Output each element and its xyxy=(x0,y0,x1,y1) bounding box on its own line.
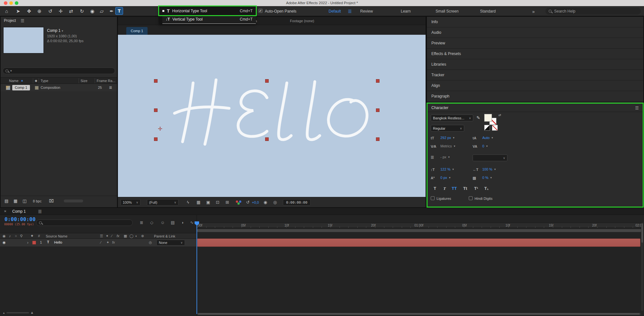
tab-footage[interactable]: Footage (none) xyxy=(290,19,314,23)
work-area-bar[interactable] xyxy=(197,229,641,232)
hide-shy-layers-icon[interactable]: ☺ xyxy=(160,220,165,225)
workspace-small-screen[interactable]: Small Screen xyxy=(436,9,458,14)
rotation-tool[interactable]: ↻ xyxy=(80,8,84,14)
workspace-menu-icon[interactable]: ☰ xyxy=(348,9,352,14)
type-tool[interactable]: T xyxy=(115,7,123,15)
column-frame-rate[interactable]: Frame Ra... xyxy=(97,79,115,83)
subscript-button[interactable]: T₁ xyxy=(482,185,491,192)
video-column-icon[interactable]: ◉ xyxy=(3,234,6,238)
bit-depth-label[interactable]: 8 bpc xyxy=(33,199,42,203)
quality-switch-icon[interactable]: ∕ xyxy=(111,234,112,238)
orbit-camera-tool[interactable]: ↺ xyxy=(48,8,53,14)
home-tool[interactable]: ⌂ xyxy=(5,8,8,14)
transparency-grid-icon[interactable]: ▦ xyxy=(197,200,200,205)
layer-name[interactable]: Hello xyxy=(54,240,62,244)
lock-column-icon[interactable]: ⚲ xyxy=(20,234,23,238)
zoom-out-mountain-icon[interactable]: ▲ xyxy=(3,311,5,314)
3d-switch-icon[interactable]: ⊕ xyxy=(141,234,144,238)
project-table-row[interactable]: Comp 1 Composition 25 ≣ xyxy=(1,84,117,91)
flowchart-icon[interactable]: ≣ xyxy=(109,85,112,90)
eyedropper-icon[interactable]: ✎ xyxy=(476,115,480,120)
font-style-dropdown[interactable]: Regular∨ xyxy=(431,125,464,132)
viewer-timecode[interactable]: 0:00:00:00 xyxy=(283,199,311,206)
frame-blending-icon[interactable]: ▤ xyxy=(171,220,175,225)
timeline-menu-icon[interactable]: ☰ xyxy=(38,209,42,214)
workspace-standard[interactable]: Standard xyxy=(480,9,496,14)
font-family-dropdown[interactable]: Bangkok Restless...∨ xyxy=(431,115,473,121)
search-help-field[interactable]: Search Help xyxy=(545,8,641,14)
sidebar-item-paragraph[interactable]: Paragraph xyxy=(427,91,643,102)
column-name[interactable]: Name xyxy=(9,79,18,83)
layer-quality-icon[interactable]: ∕ xyxy=(101,240,101,244)
hindi-digits-checkbox[interactable] xyxy=(469,196,473,200)
menu-item-horizontal-type-tool[interactable]: T Horizontal Type Tool Cmd+T xyxy=(159,6,256,15)
pan-camera-tool[interactable]: ✛ xyxy=(59,8,63,14)
layer-label-swatch[interactable] xyxy=(32,241,36,245)
set-no-fill-icon[interactable] xyxy=(492,125,498,131)
comp-viewer-tab[interactable]: Comp 1 xyxy=(126,27,148,35)
character-panel-menu-icon[interactable]: ☰ xyxy=(635,106,639,110)
dolly-camera-tool[interactable]: ⇄ xyxy=(69,8,73,14)
project-item-name[interactable]: Comp 1 xyxy=(12,85,30,90)
selection-handle-top-right[interactable] xyxy=(376,79,380,83)
superscript-button[interactable]: T¹ xyxy=(472,185,480,192)
zoom-tool[interactable]: ⊕ xyxy=(37,8,42,14)
solo-column-icon[interactable]: ○ xyxy=(15,234,17,238)
sidebar-item-info[interactable]: Info xyxy=(427,17,643,27)
effects-switch-icon[interactable]: fx xyxy=(117,234,120,238)
magnification-dropdown[interactable]: 100%∨ xyxy=(120,199,140,206)
mask-visibility-icon[interactable]: ▣ xyxy=(206,200,210,205)
interpret-footage-icon[interactable]: ▤ xyxy=(5,199,8,203)
anchor-point-icon[interactable]: ✛ xyxy=(158,125,162,132)
grid-guides-icon[interactable]: ⊞ xyxy=(226,200,229,205)
motion-blur-switch-icon[interactable]: ◯ xyxy=(130,234,133,238)
faux-bold-button[interactable]: T xyxy=(431,185,439,192)
sidebar-item-effects-presets[interactable]: Effects & Presets xyxy=(427,49,643,59)
all-caps-button[interactable]: TT xyxy=(450,185,458,192)
timeline-comp-tab[interactable]: Comp 1 xyxy=(12,209,26,214)
small-caps-button[interactable]: Tt xyxy=(461,185,469,192)
hello-text-artwork[interactable] xyxy=(164,79,382,147)
take-snapshot-icon[interactable]: ◉ xyxy=(264,200,267,205)
selection-handle-top-center[interactable] xyxy=(265,79,269,83)
shy-switch-icon[interactable]: ☰ xyxy=(100,234,103,238)
tsume-value[interactable]: 0 %▾ xyxy=(482,176,492,180)
timeline-search-input[interactable] xyxy=(36,219,133,226)
parent-link-dropdown[interactable]: None∨ xyxy=(157,240,185,246)
comp-thumbnail[interactable] xyxy=(3,27,44,53)
project-panel-menu-icon[interactable]: ☰ xyxy=(21,18,24,23)
horizontal-scale-value[interactable]: 100 %▾ xyxy=(482,167,496,171)
workspace-review[interactable]: Review xyxy=(360,9,373,14)
stroke-style-dropdown[interactable]: ∨ xyxy=(473,154,507,161)
motion-blur-icon[interactable]: ◑ xyxy=(181,220,184,225)
selection-handle-mid-left[interactable] xyxy=(154,108,158,112)
selection-handle-mid-right[interactable] xyxy=(376,108,380,112)
selection-handle-top-left[interactable] xyxy=(154,79,158,83)
delete-icon[interactable]: ⌧ xyxy=(49,199,54,203)
pen-tool[interactable]: ✒ xyxy=(110,8,114,14)
vertical-scrollbar[interactable] xyxy=(641,223,643,311)
sidebar-item-tracker[interactable]: Tracker xyxy=(427,70,643,80)
fast-preview-icon[interactable]: ϟ xyxy=(187,200,189,205)
faux-italic-button[interactable]: T xyxy=(440,185,449,192)
fill-color-swatch[interactable] xyxy=(484,114,492,122)
workspace-learn[interactable]: Learn xyxy=(401,9,411,14)
selection-handle-bottom-right[interactable] xyxy=(376,137,380,141)
zoom-in-mountain-icon[interactable]: ▲ xyxy=(30,311,34,314)
composition-mini-flowchart-icon[interactable]: ≣ xyxy=(140,220,143,225)
layer-visibility-icon[interactable]: ◉ xyxy=(3,240,6,245)
layer-row[interactable]: ◉ › 1 T Hello ∕ ✦ fx ◎ None∨ xyxy=(0,239,197,246)
sort-ascending-icon[interactable]: ▲ xyxy=(21,79,24,82)
workspace-default[interactable]: Default xyxy=(329,9,341,14)
source-name-column-header[interactable]: Source Name xyxy=(46,234,67,238)
camera-tool[interactable]: ◉ xyxy=(90,8,94,14)
show-snapshot-icon[interactable]: ◎ xyxy=(273,200,277,205)
set-fill-black-white-icon[interactable] xyxy=(484,125,490,131)
current-time-display[interactable]: 0:00:00:00 xyxy=(5,216,35,222)
column-size[interactable]: Size xyxy=(81,79,87,83)
exposure-value[interactable]: +0,0 xyxy=(252,200,259,204)
index-column-header[interactable]: # xyxy=(38,234,40,238)
workspace-overflow-chevron[interactable]: » xyxy=(532,9,535,14)
auto-open-panels-checkbox[interactable]: ✓ xyxy=(258,9,263,13)
parent-link-column-header[interactable]: Parent & Link xyxy=(154,234,175,238)
